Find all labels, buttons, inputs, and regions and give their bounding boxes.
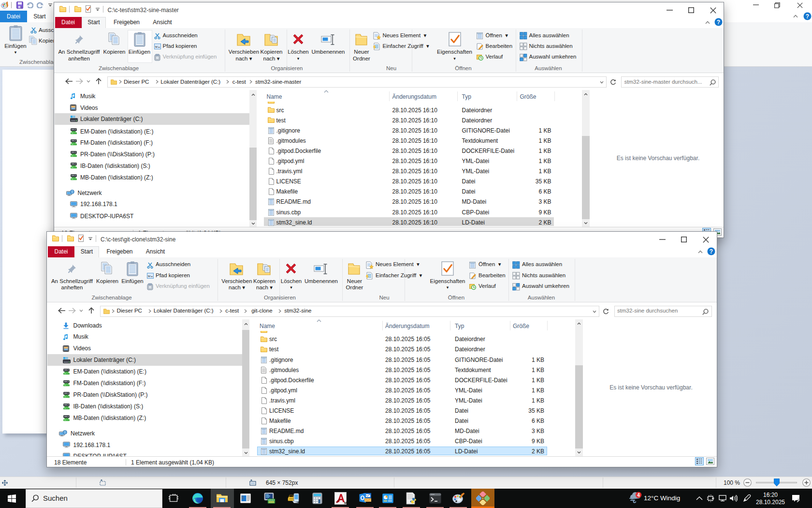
svg-text:?: ?	[806, 13, 809, 20]
svg-text:?: ?	[716, 18, 720, 25]
svg-text:?: ?	[710, 248, 713, 254]
